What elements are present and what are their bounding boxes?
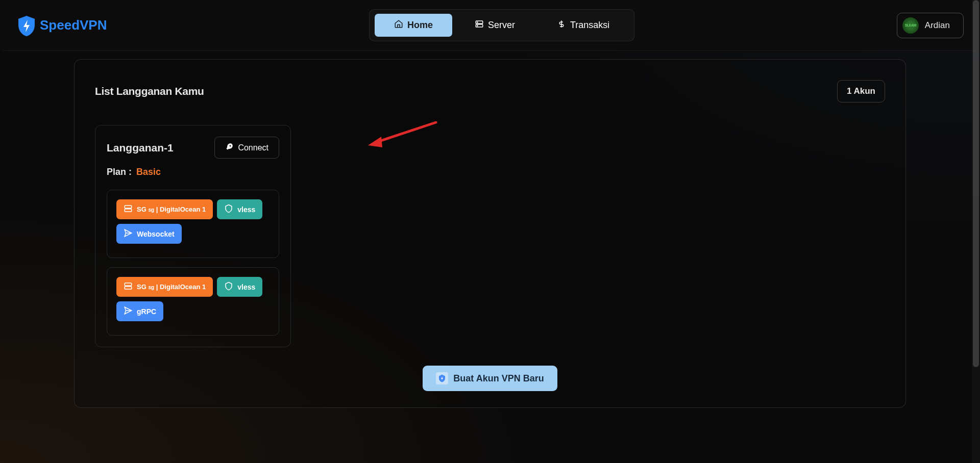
connect-label: Connect [238,143,268,152]
scrollbar-thumb[interactable] [973,0,979,367]
nav-tab-transaksi[interactable]: Transaksi [537,14,629,37]
svg-rect-7 [125,209,132,212]
plan-value: Basic [136,167,161,177]
user-menu[interactable]: SLEAM Ardian [897,13,964,38]
dollar-icon [557,19,566,31]
protocol-badge[interactable]: vless [217,199,262,219]
svg-line-4 [375,122,436,143]
create-vpn-button[interactable]: Buat Akun VPN Baru [423,366,557,391]
user-name-label: Ardian [925,20,950,31]
protocol-badge[interactable]: vless [217,277,262,297]
app-header: SpeedVPN Home Server [0,0,980,51]
connection-item: SG SG | DigitalOcean 1 vless [107,190,279,258]
svg-rect-10 [125,287,132,289]
panel-title: List Langganan Kamu [95,85,204,97]
transport-badge[interactable]: gRPC [116,301,163,321]
svg-marker-5 [368,137,382,147]
account-count-badge: 1 Akun [837,80,885,102]
plan-row: Plan : Basic [107,167,279,177]
plan-label: Plan : [107,167,132,177]
panel-header: List Langganan Kamu 1 Akun [95,80,885,102]
brand-name: SpeedVPN [40,17,107,33]
send-icon [124,228,133,239]
nav-tab-server[interactable]: Server [455,14,534,37]
rocket-icon [225,142,234,153]
svg-point-3 [477,25,478,26]
connection-item: SG SG | DigitalOcean 1 vless [107,267,279,336]
shield-bolt-icon [16,15,37,36]
server-icon [124,281,133,292]
shield-icon [224,281,233,292]
scrollbar[interactable] [972,0,980,463]
annotation-arrow-icon [367,120,438,150]
server-badge[interactable]: SG SG | DigitalOcean 1 [116,277,213,297]
subscription-name: Langganan-1 [107,142,174,154]
create-vpn-label: Buat Akun VPN Baru [453,373,544,384]
avatar: SLEAM [902,17,919,34]
shield-icon [224,204,233,215]
transport-badge[interactable]: Websocket [116,224,182,244]
shield-bolt-icon [436,372,448,384]
server-badge[interactable]: SG SG | DigitalOcean 1 [116,199,213,219]
svg-rect-6 [125,205,132,208]
svg-point-2 [477,22,478,22]
home-icon [394,19,403,31]
subscription-card: Langganan-1 Connect Plan : Basic [95,125,291,347]
server-icon [475,19,484,31]
svg-rect-9 [125,283,132,286]
send-icon [124,306,133,317]
subscription-header: Langganan-1 Connect [107,137,279,159]
nav-label: Server [488,20,515,31]
connect-button[interactable]: Connect [214,137,279,159]
nav-tab-home[interactable]: Home [375,14,452,37]
nav-label: Home [407,20,433,31]
brand-logo[interactable]: SpeedVPN [16,15,107,36]
server-icon [124,204,133,215]
nav-label: Transaksi [570,20,609,31]
subscriptions-panel: List Langganan Kamu 1 Akun Langganan-1 C… [74,59,906,408]
main-nav: Home Server Transaksi [369,9,634,41]
